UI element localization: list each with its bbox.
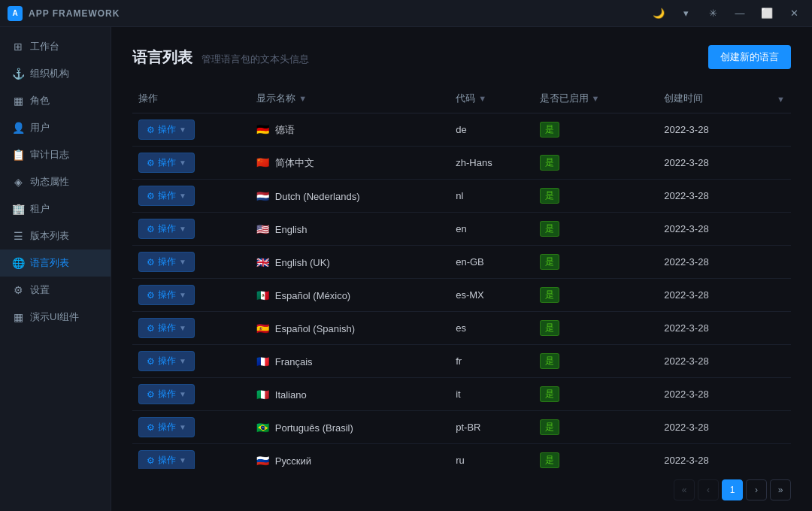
op-btn-5[interactable]: ⚙ 操作 ▼	[138, 285, 195, 305]
enabled-badge-1: 是	[540, 155, 559, 171]
cell-created-8: 2022-3-28	[658, 378, 756, 411]
op-btn-3[interactable]: ⚙ 操作 ▼	[138, 219, 195, 239]
lang-name-8: Italiano	[275, 389, 307, 401]
cell-name-3: 🇺🇸 English	[250, 213, 450, 246]
settings-icon[interactable]: ✳	[702, 6, 723, 21]
gear-icon: ⚙	[147, 257, 155, 268]
flag-7: 🇫🇷	[256, 355, 269, 367]
arrow-icon: ▼	[179, 357, 186, 365]
language-table: 操作 显示名称 ▼ 代码 ▼	[132, 84, 791, 469]
cell-code-10: ru	[450, 444, 533, 470]
users-icon: 👤	[12, 122, 24, 134]
cell-enabled-0: 是	[534, 113, 659, 147]
pagination-first[interactable]: «	[674, 479, 695, 500]
lang-name-0: 德语	[275, 124, 295, 135]
cell-enabled-10: 是	[534, 444, 659, 470]
arrow-icon: ▼	[179, 225, 186, 233]
sidebar-label-tenant: 租户	[30, 202, 50, 216]
sidebar-item-org[interactable]: ⚓ 组织机构	[0, 60, 111, 87]
col-enabled-filter-icon[interactable]: ▼	[592, 94, 600, 103]
cell-name-8: 🇮🇹 Italiano	[250, 378, 450, 411]
op-btn-0[interactable]: ⚙ 操作 ▼	[138, 119, 195, 140]
lang-name-5: Español (México)	[275, 290, 350, 301]
col-name-filter-icon[interactable]: ▼	[298, 94, 307, 103]
sidebar-item-users[interactable]: 👤 用户	[0, 114, 111, 141]
arrow-icon: ▼	[179, 291, 186, 299]
titlebar-left: A APP FRAMEWORK	[8, 6, 120, 21]
sidebar-label-users: 用户	[30, 121, 50, 135]
pagination-current[interactable]: 1	[722, 479, 743, 500]
enabled-badge-9: 是	[540, 419, 559, 435]
cell-action-6: ⚙ 操作 ▼	[132, 312, 250, 345]
app-logo: A	[8, 6, 23, 21]
theme-icon[interactable]: 🌙	[648, 6, 669, 21]
arrow-icon: ▼	[179, 192, 186, 200]
op-btn-6[interactable]: ⚙ 操作 ▼	[138, 318, 195, 338]
content-area: 语言列表 管理语言包的文本头信息 创建新的语言 操作 显示名称 ▼	[111, 27, 812, 511]
table-row: ⚙ 操作 ▼ 🇧🇷 Português (Brasil) pt-BR 是 202…	[132, 411, 791, 444]
cell-action-0: ⚙ 操作 ▼	[132, 113, 250, 147]
cell-created-2: 2022-3-28	[658, 180, 756, 213]
cell-name-6: 🇪🇸 Español (Spanish)	[250, 312, 450, 345]
col-name-label: 显示名称	[256, 92, 295, 105]
enabled-badge-4: 是	[540, 254, 559, 270]
cell-enabled-2: 是	[534, 180, 659, 213]
col-enabled: 是否已启用 ▼	[534, 84, 659, 113]
col-enabled-label: 是否已启用	[540, 92, 589, 105]
sidebar-item-settings[interactable]: ⚙ 设置	[0, 277, 111, 304]
create-language-button[interactable]: 创建新的语言	[708, 45, 791, 69]
table-row: ⚙ 操作 ▼ 🇺🇸 English en 是 2022-3-28	[132, 213, 791, 246]
cell-created-0: 2022-3-28	[658, 113, 756, 147]
cell-code-6: es	[450, 312, 533, 345]
pagination-prev[interactable]: ‹	[698, 479, 719, 500]
op-btn-9[interactable]: ⚙ 操作 ▼	[138, 417, 195, 437]
page-title: 语言列表	[132, 47, 192, 68]
sidebar-item-versions[interactable]: ☰ 版本列表	[0, 222, 111, 249]
flag-8: 🇮🇹	[256, 389, 269, 401]
cell-created-1: 2022-3-28	[658, 147, 756, 180]
op-btn-8[interactable]: ⚙ 操作 ▼	[138, 384, 195, 404]
sidebar-item-audit[interactable]: 📋 审计日志	[0, 141, 111, 168]
maximize-icon[interactable]: ⬜	[756, 6, 777, 21]
col-code-filter-icon[interactable]: ▼	[478, 94, 486, 103]
cell-created-6: 2022-3-28	[658, 312, 756, 345]
gear-icon: ⚙	[147, 224, 155, 234]
cell-code-3: en	[450, 213, 533, 246]
cell-code-4: en-GB	[450, 246, 533, 279]
dynattr-icon: ◈	[12, 176, 24, 188]
minimize-icon[interactable]: —	[729, 6, 750, 21]
table-body: ⚙ 操作 ▼ 🇩🇪 德语 de 是 2022-3-28 ⚙ 操作 ▼	[132, 113, 791, 470]
sidebar-item-languages[interactable]: 🌐 语言列表	[0, 249, 111, 277]
cell-action-9: ⚙ 操作 ▼	[132, 411, 250, 444]
op-btn-7[interactable]: ⚙ 操作 ▼	[138, 351, 195, 371]
chevron-icon[interactable]: ▾	[675, 6, 696, 21]
cell-name-0: 🇩🇪 德语	[250, 113, 450, 147]
cell-code-0: de	[450, 113, 533, 147]
sidebar-item-tenant[interactable]: 🏢 租户	[0, 195, 111, 222]
cell-created-3: 2022-3-28	[658, 213, 756, 246]
pagination-last[interactable]: »	[770, 479, 791, 500]
col-extra-filter-icon[interactable]: ▼	[777, 95, 785, 104]
cell-action-8: ⚙ 操作 ▼	[132, 378, 250, 411]
titlebar-right: 🌙 ▾ ✳ — ⬜ ✕	[648, 6, 804, 21]
cell-enabled-4: 是	[534, 246, 659, 279]
pagination-next[interactable]: ›	[746, 479, 767, 500]
sidebar-item-roles[interactable]: ▦ 角色	[0, 87, 111, 114]
op-btn-1[interactable]: ⚙ 操作 ▼	[138, 153, 195, 173]
close-icon[interactable]: ✕	[783, 6, 804, 21]
demo-icon: ▦	[12, 311, 24, 323]
tenant-icon: 🏢	[12, 203, 24, 215]
sidebar-item-dynattr[interactable]: ◈ 动态属性	[0, 168, 111, 195]
sidebar-item-demo[interactable]: ▦ 演示UI组件	[0, 304, 111, 331]
enabled-badge-2: 是	[540, 188, 559, 204]
cell-name-1: 🇨🇳 简体中文	[250, 147, 450, 180]
enabled-badge-10: 是	[540, 452, 559, 468]
sidebar-item-workbench[interactable]: ⊞ 工作台	[0, 33, 111, 60]
pagination: « ‹ 1 › »	[132, 469, 791, 511]
op-btn-10[interactable]: ⚙ 操作 ▼	[138, 450, 195, 469]
enabled-badge-5: 是	[540, 287, 559, 303]
op-btn-2[interactable]: ⚙ 操作 ▼	[138, 186, 195, 206]
op-btn-4[interactable]: ⚙ 操作 ▼	[138, 252, 195, 272]
flag-10: 🇷🇺	[256, 455, 269, 467]
arrow-icon: ▼	[179, 423, 186, 431]
